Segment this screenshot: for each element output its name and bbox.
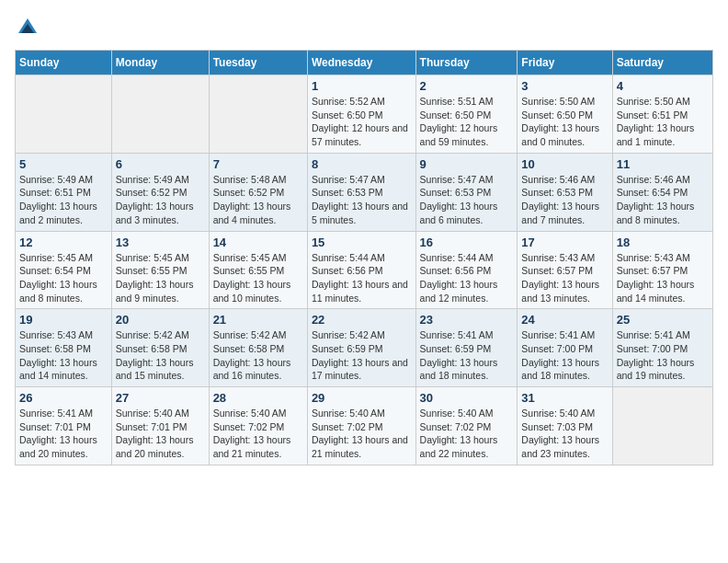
week-row-2: 5Sunrise: 5:49 AM Sunset: 6:51 PM Daylig… xyxy=(16,153,713,231)
day-cell-13: 13Sunrise: 5:45 AM Sunset: 6:55 PM Dayli… xyxy=(111,231,209,309)
day-number-12: 12 xyxy=(19,236,108,249)
day-number-22: 22 xyxy=(312,313,412,327)
day-cell-16: 16Sunrise: 5:44 AM Sunset: 6:56 PM Dayli… xyxy=(415,231,518,309)
day-number-23: 23 xyxy=(420,313,514,327)
empty-cell xyxy=(209,75,307,154)
day-info-10: Sunrise: 5:46 AM Sunset: 6:53 PM Dayligh… xyxy=(521,173,608,227)
day-number-24: 24 xyxy=(521,313,608,327)
day-info-1: Sunrise: 5:52 AM Sunset: 6:50 PM Dayligh… xyxy=(312,95,412,149)
day-info-30: Sunrise: 5:40 AM Sunset: 7:02 PM Dayligh… xyxy=(420,407,514,461)
day-number-30: 30 xyxy=(420,391,514,405)
page-header xyxy=(15,15,713,40)
week-row-1: 1Sunrise: 5:52 AM Sunset: 6:50 PM Daylig… xyxy=(16,75,713,154)
day-number-4: 4 xyxy=(617,79,709,93)
weekday-header-saturday: Saturday xyxy=(612,51,712,75)
day-number-27: 27 xyxy=(116,391,205,405)
day-info-8: Sunrise: 5:47 AM Sunset: 6:53 PM Dayligh… xyxy=(312,173,412,227)
day-number-11: 11 xyxy=(617,157,709,171)
empty-cell xyxy=(111,75,209,154)
day-number-5: 5 xyxy=(19,157,108,171)
weekday-header-row: SundayMondayTuesdayWednesdayThursdayFrid… xyxy=(16,51,713,75)
day-number-25: 25 xyxy=(617,313,709,327)
day-cell-11: 11Sunrise: 5:46 AM Sunset: 6:54 PM Dayli… xyxy=(612,153,712,231)
day-cell-15: 15Sunrise: 5:44 AM Sunset: 6:56 PM Dayli… xyxy=(307,231,415,309)
day-number-31: 31 xyxy=(521,391,608,405)
day-info-16: Sunrise: 5:44 AM Sunset: 6:56 PM Dayligh… xyxy=(420,251,514,305)
day-info-7: Sunrise: 5:48 AM Sunset: 6:52 PM Dayligh… xyxy=(213,173,303,227)
day-cell-20: 20Sunrise: 5:42 AM Sunset: 6:58 PM Dayli… xyxy=(111,309,209,387)
day-cell-31: 31Sunrise: 5:40 AM Sunset: 7:03 PM Dayli… xyxy=(518,387,612,465)
day-cell-18: 18Sunrise: 5:43 AM Sunset: 6:57 PM Dayli… xyxy=(612,231,712,309)
day-number-28: 28 xyxy=(213,391,303,405)
day-number-1: 1 xyxy=(312,79,412,93)
day-info-13: Sunrise: 5:45 AM Sunset: 6:55 PM Dayligh… xyxy=(116,251,205,305)
day-info-20: Sunrise: 5:42 AM Sunset: 6:58 PM Dayligh… xyxy=(116,328,205,383)
weekday-header-wednesday: Wednesday xyxy=(307,51,415,75)
day-info-12: Sunrise: 5:45 AM Sunset: 6:54 PM Dayligh… xyxy=(19,251,108,305)
day-cell-28: 28Sunrise: 5:40 AM Sunset: 7:02 PM Dayli… xyxy=(209,387,307,465)
day-cell-9: 9Sunrise: 5:47 AM Sunset: 6:53 PM Daylig… xyxy=(415,153,518,231)
weekday-header-monday: Monday xyxy=(111,51,209,75)
day-info-25: Sunrise: 5:41 AM Sunset: 7:00 PM Dayligh… xyxy=(617,328,709,383)
day-number-21: 21 xyxy=(213,313,303,327)
logo xyxy=(15,15,44,40)
day-cell-27: 27Sunrise: 5:40 AM Sunset: 7:01 PM Dayli… xyxy=(111,387,209,465)
day-cell-25: 25Sunrise: 5:41 AM Sunset: 7:00 PM Dayli… xyxy=(612,309,712,387)
day-info-15: Sunrise: 5:44 AM Sunset: 6:56 PM Dayligh… xyxy=(312,251,412,305)
day-cell-30: 30Sunrise: 5:40 AM Sunset: 7:02 PM Dayli… xyxy=(415,387,518,465)
day-info-24: Sunrise: 5:41 AM Sunset: 7:00 PM Dayligh… xyxy=(521,328,608,383)
day-info-22: Sunrise: 5:42 AM Sunset: 6:59 PM Dayligh… xyxy=(312,328,412,383)
day-number-6: 6 xyxy=(116,157,205,171)
day-info-14: Sunrise: 5:45 AM Sunset: 6:55 PM Dayligh… xyxy=(213,251,303,305)
weekday-header-friday: Friday xyxy=(518,51,612,75)
weekday-header-thursday: Thursday xyxy=(415,51,518,75)
day-cell-5: 5Sunrise: 5:49 AM Sunset: 6:51 PM Daylig… xyxy=(16,153,112,231)
day-cell-23: 23Sunrise: 5:41 AM Sunset: 6:59 PM Dayli… xyxy=(415,309,518,387)
day-number-19: 19 xyxy=(19,313,108,327)
day-cell-7: 7Sunrise: 5:48 AM Sunset: 6:52 PM Daylig… xyxy=(209,153,307,231)
day-cell-3: 3Sunrise: 5:50 AM Sunset: 6:50 PM Daylig… xyxy=(518,75,612,154)
calendar-table: SundayMondayTuesdayWednesdayThursdayFrid… xyxy=(15,50,713,465)
weekday-header-sunday: Sunday xyxy=(16,51,112,75)
day-info-5: Sunrise: 5:49 AM Sunset: 6:51 PM Dayligh… xyxy=(19,173,108,227)
day-info-19: Sunrise: 5:43 AM Sunset: 6:58 PM Dayligh… xyxy=(19,328,108,383)
day-cell-26: 26Sunrise: 5:41 AM Sunset: 7:01 PM Dayli… xyxy=(16,387,112,465)
day-cell-10: 10Sunrise: 5:46 AM Sunset: 6:53 PM Dayli… xyxy=(518,153,612,231)
day-cell-4: 4Sunrise: 5:50 AM Sunset: 6:51 PM Daylig… xyxy=(612,75,712,154)
day-cell-14: 14Sunrise: 5:45 AM Sunset: 6:55 PM Dayli… xyxy=(209,231,307,309)
day-cell-12: 12Sunrise: 5:45 AM Sunset: 6:54 PM Dayli… xyxy=(16,231,112,309)
day-info-4: Sunrise: 5:50 AM Sunset: 6:51 PM Dayligh… xyxy=(617,95,709,149)
day-number-7: 7 xyxy=(213,157,303,171)
day-number-8: 8 xyxy=(312,157,412,171)
day-info-18: Sunrise: 5:43 AM Sunset: 6:57 PM Dayligh… xyxy=(617,251,709,305)
week-row-3: 12Sunrise: 5:45 AM Sunset: 6:54 PM Dayli… xyxy=(16,231,713,309)
empty-cell xyxy=(16,75,112,154)
day-number-3: 3 xyxy=(521,79,608,93)
week-row-4: 19Sunrise: 5:43 AM Sunset: 6:58 PM Dayli… xyxy=(16,309,713,387)
day-info-17: Sunrise: 5:43 AM Sunset: 6:57 PM Dayligh… xyxy=(521,251,608,305)
day-number-14: 14 xyxy=(213,236,303,249)
day-info-21: Sunrise: 5:42 AM Sunset: 6:58 PM Dayligh… xyxy=(213,328,303,383)
day-number-20: 20 xyxy=(116,313,205,327)
weekday-header-tuesday: Tuesday xyxy=(209,51,307,75)
day-cell-22: 22Sunrise: 5:42 AM Sunset: 6:59 PM Dayli… xyxy=(307,309,415,387)
day-number-2: 2 xyxy=(420,79,514,93)
day-info-23: Sunrise: 5:41 AM Sunset: 6:59 PM Dayligh… xyxy=(420,328,514,383)
day-number-26: 26 xyxy=(19,391,108,405)
day-info-27: Sunrise: 5:40 AM Sunset: 7:01 PM Dayligh… xyxy=(116,407,205,461)
day-info-3: Sunrise: 5:50 AM Sunset: 6:50 PM Dayligh… xyxy=(521,95,608,149)
day-number-10: 10 xyxy=(521,157,608,171)
day-info-29: Sunrise: 5:40 AM Sunset: 7:02 PM Dayligh… xyxy=(312,407,412,461)
day-number-29: 29 xyxy=(312,391,412,405)
day-cell-17: 17Sunrise: 5:43 AM Sunset: 6:57 PM Dayli… xyxy=(518,231,612,309)
logo-icon xyxy=(15,15,40,40)
day-cell-21: 21Sunrise: 5:42 AM Sunset: 6:58 PM Dayli… xyxy=(209,309,307,387)
day-cell-2: 2Sunrise: 5:51 AM Sunset: 6:50 PM Daylig… xyxy=(415,75,518,154)
day-info-2: Sunrise: 5:51 AM Sunset: 6:50 PM Dayligh… xyxy=(420,95,514,149)
day-info-6: Sunrise: 5:49 AM Sunset: 6:52 PM Dayligh… xyxy=(116,173,205,227)
day-number-15: 15 xyxy=(312,236,412,249)
day-info-9: Sunrise: 5:47 AM Sunset: 6:53 PM Dayligh… xyxy=(420,173,514,227)
day-cell-6: 6Sunrise: 5:49 AM Sunset: 6:52 PM Daylig… xyxy=(111,153,209,231)
day-cell-1: 1Sunrise: 5:52 AM Sunset: 6:50 PM Daylig… xyxy=(307,75,415,154)
day-info-26: Sunrise: 5:41 AM Sunset: 7:01 PM Dayligh… xyxy=(19,407,108,461)
